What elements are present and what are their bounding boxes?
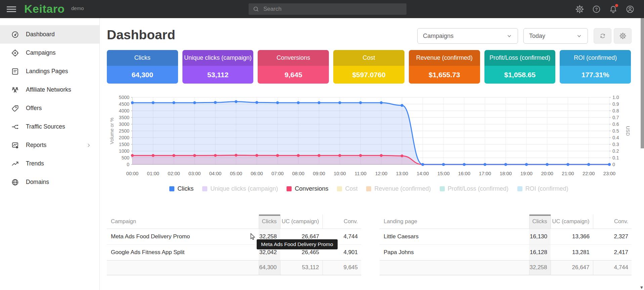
svg-text:0.9: 0.9 bbox=[612, 101, 619, 107]
metric-card-label: Cost bbox=[333, 50, 404, 66]
legend-item-unique-clicks-campaign[interactable]: Unique clicks (campaign) bbox=[202, 185, 278, 192]
legend-label: Profit/Loss (confirmed) bbox=[448, 185, 509, 192]
scrollbar-thumb[interactable] bbox=[641, 18, 644, 148]
legend-item-roi-confirmed[interactable]: ROI (confirmed) bbox=[517, 185, 568, 192]
metric-card-label: Profit/Loss (confirmed) bbox=[484, 50, 556, 66]
metric-card-value: 53,112 bbox=[182, 66, 254, 84]
sidebar-item-dashboard[interactable]: Dashboard bbox=[0, 25, 99, 44]
sidebar-item-domains[interactable]: Domains bbox=[0, 173, 99, 191]
legend-item-revenue-confirmed[interactable]: Revenue (confirmed) bbox=[366, 185, 431, 192]
search-input[interactable] bbox=[263, 6, 402, 12]
svg-text:0.6: 0.6 bbox=[612, 122, 619, 127]
metric-card-conversions: Conversions 9,645 bbox=[258, 50, 329, 84]
svg-text:0: 0 bbox=[127, 162, 129, 167]
date-range-select[interactable]: Today bbox=[523, 28, 588, 44]
campaigns-filter-select[interactable]: Campaigns bbox=[417, 28, 518, 44]
row-name-cell[interactable]: Little Caesars bbox=[380, 229, 529, 244]
metric-card-value: $597.0760 bbox=[333, 66, 404, 84]
sidebar-item-label: Dashboard bbox=[26, 31, 55, 38]
column-header-conv[interactable]: Conv. bbox=[593, 214, 632, 229]
settings-icon[interactable] bbox=[575, 5, 584, 14]
table-row[interactable]: Little Caesars16,13013,3662,327 bbox=[380, 229, 632, 244]
svg-text:0.2: 0.2 bbox=[612, 148, 619, 154]
column-header-uc-campaign[interactable]: UC (campaign) bbox=[551, 214, 593, 229]
legend-item-clicks[interactable]: Clicks bbox=[169, 185, 194, 192]
column-header-landing-page[interactable]: Landing page bbox=[380, 214, 529, 229]
metric-card-label: Revenue (confirmed) bbox=[409, 50, 480, 66]
svg-text:3500: 3500 bbox=[119, 115, 129, 120]
column-header-conv[interactable]: Conv. bbox=[323, 214, 361, 229]
svg-text:0: 0 bbox=[612, 162, 615, 167]
table-row[interactable]: Papa Johns16,12813,2812,417 bbox=[380, 244, 632, 260]
svg-text:0.4: 0.4 bbox=[612, 135, 619, 140]
column-header-campaign[interactable]: Campaign bbox=[107, 214, 259, 229]
sidebar-item-campaigns[interactable]: Campaigns bbox=[0, 44, 99, 62]
row-name-cell[interactable]: Meta Ads Food Delivery Promo bbox=[107, 229, 259, 244]
svg-text:23:00: 23:00 bbox=[603, 171, 615, 176]
sidebar-item-offers[interactable]: $Offers bbox=[0, 99, 99, 117]
column-header-clicks[interactable]: Clicks bbox=[259, 214, 280, 229]
legend-swatch bbox=[517, 186, 522, 191]
svg-text:Volume or %: Volume or % bbox=[109, 117, 115, 144]
refresh-icon bbox=[599, 32, 606, 40]
metric-card-roi-confirmed: ROI (confirmed) 177.31% bbox=[560, 50, 631, 84]
row-tooltip: Meta Ads Food Delivery Promo bbox=[257, 239, 338, 249]
sidebar-item-reports[interactable]: Reports bbox=[0, 136, 99, 154]
row-value-cell: 13,366 bbox=[551, 229, 593, 244]
svg-text:11:00: 11:00 bbox=[355, 171, 367, 176]
metric-card-label: Unique clicks (campaign) bbox=[182, 50, 254, 66]
traffic-chart: 0500100015002000250030003500400045005000… bbox=[107, 94, 631, 178]
notifications-icon[interactable] bbox=[609, 5, 618, 14]
refresh-button[interactable] bbox=[594, 28, 611, 44]
menu-icon[interactable] bbox=[7, 5, 16, 13]
svg-text:500: 500 bbox=[122, 155, 130, 160]
account-icon[interactable] bbox=[626, 5, 635, 14]
legend-swatch bbox=[440, 186, 445, 191]
row-value-cell: 2,327 bbox=[593, 229, 632, 244]
row-name-cell[interactable]: Papa Johns bbox=[380, 244, 529, 260]
svg-text:5000: 5000 bbox=[119, 95, 129, 100]
legend-item-conversions[interactable]: Conversions bbox=[287, 185, 328, 192]
svg-text:03:00: 03:00 bbox=[188, 171, 201, 176]
legend-label: Clicks bbox=[177, 185, 194, 192]
metric-card-unique-clicks-campaign: Unique clicks (campaign) 53,112 bbox=[182, 50, 254, 84]
legend-item-profit-loss-confirmed[interactable]: Profit/Loss (confirmed) bbox=[440, 185, 509, 192]
svg-text:17:00: 17:00 bbox=[479, 171, 491, 176]
legend-label: Cost bbox=[345, 185, 357, 192]
row-value-cell: 16,130 bbox=[529, 229, 551, 244]
app-logo[interactable]: Keitaro bbox=[24, 2, 65, 15]
legend-swatch bbox=[169, 186, 174, 191]
sidebar-item-trends[interactable]: Trends bbox=[0, 154, 99, 173]
sidebar-item-landings-pages[interactable]: Landings Pages bbox=[0, 62, 99, 81]
svg-text:0.8: 0.8 bbox=[612, 108, 619, 113]
totals-cell: 9,645 bbox=[323, 260, 361, 275]
svg-text:0.3: 0.3 bbox=[612, 142, 619, 147]
dashboard-settings-button[interactable] bbox=[614, 28, 632, 44]
metric-card-value: $1,655.73 bbox=[409, 66, 480, 84]
row-name-cell[interactable]: Google Ads Fitness App Split bbox=[107, 244, 259, 260]
sidebar-item-label: Reports bbox=[26, 142, 46, 149]
landings-icon bbox=[11, 67, 19, 76]
sidebar-item-label: Trends bbox=[26, 160, 44, 167]
column-header-uc-campaign[interactable]: UC (campaign) bbox=[280, 214, 323, 229]
topbar: Keitaro demo ? bbox=[0, 0, 644, 18]
svg-text:19:00: 19:00 bbox=[520, 171, 532, 176]
svg-text:09:00: 09:00 bbox=[313, 171, 325, 176]
sidebar-item-label: Affiliate Networks bbox=[26, 86, 71, 93]
sidebar-item-affiliate-networks[interactable]: Affiliate Networks bbox=[0, 81, 99, 99]
svg-text:3000: 3000 bbox=[119, 122, 129, 127]
svg-text:0.7: 0.7 bbox=[612, 115, 619, 120]
help-icon[interactable]: ? bbox=[592, 5, 601, 14]
chart-legend: Clicks Unique clicks (campaign) Conversi… bbox=[107, 185, 631, 192]
totals-cell: 64,300 bbox=[259, 260, 280, 275]
global-search bbox=[249, 3, 406, 15]
svg-text:07:00: 07:00 bbox=[271, 171, 284, 176]
page-scrollbar bbox=[641, 18, 644, 290]
totals-cell: 4,744 bbox=[593, 260, 632, 275]
row-value-cell: 2,417 bbox=[593, 244, 632, 260]
legend-label: ROI (confirmed) bbox=[525, 185, 568, 192]
sidebar-item-traffic-sources[interactable]: Traffic Sources bbox=[0, 117, 99, 136]
column-header-clicks[interactable]: Clicks bbox=[529, 214, 551, 229]
legend-item-cost[interactable]: Cost bbox=[337, 185, 357, 192]
totals-cell bbox=[380, 260, 529, 275]
